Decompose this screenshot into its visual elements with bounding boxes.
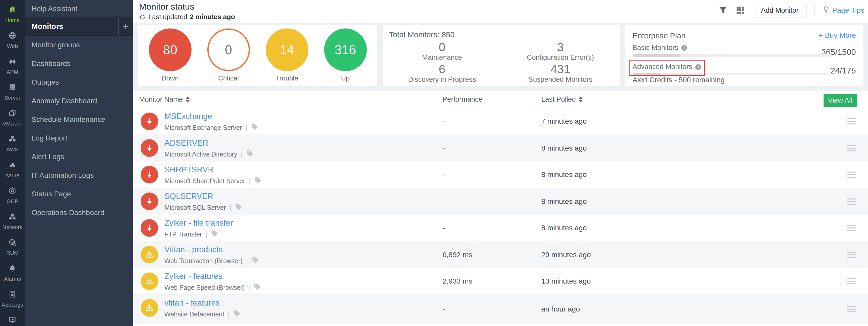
rail-item-alarms[interactable]: Alarms	[0, 259, 25, 285]
last-polled-cell: 8 minutes ago	[541, 188, 587, 215]
stat-discovery-in-progress[interactable]: 6 Discovery in Progress	[383, 62, 501, 84]
header-divider	[814, 4, 814, 16]
rail-item-server[interactable]: Server	[0, 78, 25, 103]
row-menu-icon[interactable]	[847, 145, 856, 151]
monitor-name-link[interactable]: SQLSERVER	[164, 192, 213, 201]
sidebar-item-log-report[interactable]: Log Report	[25, 129, 133, 147]
tag-icon[interactable]	[246, 150, 254, 158]
monitor-name-link[interactable]: vtitan - features	[164, 298, 220, 308]
monitor-name-link[interactable]: Zylker - file transfer	[164, 218, 233, 228]
monitor-type: Web Page Speed (Browser)	[164, 284, 245, 291]
apps-grid-icon[interactable]	[735, 5, 745, 15]
gcp-icon	[8, 186, 17, 196]
column-header-last-polled[interactable]: Last Polled	[541, 91, 583, 108]
row-menu-icon[interactable]	[847, 306, 856, 312]
last-polled-cell: an hour ago	[541, 295, 580, 324]
row-menu-icon[interactable]	[847, 225, 856, 231]
sidebar-item-monitor-groups[interactable]: Monitor groups	[25, 36, 133, 54]
status-circle-up[interactable]: 316 Up	[324, 28, 367, 82]
sidebar-item-schedule-maintenance[interactable]: Schedule Maintenance	[25, 110, 133, 129]
tag-icon[interactable]	[254, 176, 261, 185]
table-row[interactable]: ADSERVER Microsoft Active Directory | - …	[133, 135, 868, 161]
stat-value: 6	[439, 63, 445, 76]
trouble-status-icon	[141, 299, 158, 317]
status-circle-critical[interactable]: 0 Critical	[207, 28, 250, 82]
sidebar-item-help-assistant[interactable]: Help Assistant	[25, 0, 133, 18]
buy-more-link[interactable]: + Buy More	[818, 31, 856, 39]
table-row[interactable]: Vtitan - products Web Transaction (Brows…	[133, 241, 868, 268]
rail-item-network[interactable]: Network	[0, 207, 25, 233]
rail-item-aws[interactable]: AWS	[0, 129, 25, 155]
separator: |	[228, 310, 230, 318]
header-actions: Add Monitor Page Tips	[718, 0, 864, 21]
monitor-name-link[interactable]: Vtitan - products	[164, 245, 223, 254]
last-updated: Last updated 2 minutes ago	[139, 13, 235, 21]
filter-icon[interactable]	[718, 6, 727, 15]
sidebar-item-operations-dashboard[interactable]: Operations Dashboard	[25, 203, 133, 222]
rail-item-applogs[interactable]: AppLogs	[0, 285, 25, 310]
sort-icon	[186, 96, 190, 102]
rail-item-apm[interactable]: APM	[0, 52, 25, 78]
monitor-name-link[interactable]: MSExchange	[164, 112, 212, 121]
page-tips-label: Page Tips	[832, 6, 864, 14]
table-row[interactable]: SQLSERVER Microsoft SQL Server | - 8 min…	[133, 188, 868, 215]
tag-icon[interactable]	[251, 257, 259, 265]
tag-icon[interactable]	[251, 123, 258, 132]
rail-item-gcp[interactable]: GCP	[0, 181, 25, 207]
add-monitor-plus-icon[interactable]: +	[118, 18, 133, 35]
rail-item-web[interactable]: Web	[0, 26, 25, 52]
tag-icon[interactable]	[233, 310, 240, 319]
rail-item-home[interactable]: Home	[0, 0, 25, 26]
view-all-button[interactable]: View All	[824, 94, 857, 107]
status-summary-card: 80 Down 0 Critical 14 Trouble 316 Up	[138, 25, 377, 86]
stat-configuration-errors[interactable]: 3 Configuration Error(s)	[501, 40, 620, 62]
stat-value: 3	[557, 40, 564, 54]
table-row[interactable]: MSExchange Microsoft Exchange Server | -…	[133, 108, 868, 135]
status-circle-trouble[interactable]: 14 Trouble	[266, 28, 308, 82]
tag-icon[interactable]	[235, 203, 242, 212]
column-header-monitor-name[interactable]: Monitor Name	[139, 91, 190, 108]
refresh-icon[interactable]	[139, 14, 146, 21]
rail-item-reports[interactable]: Reports	[0, 310, 25, 326]
sidebar-item-alert-logs[interactable]: Alert Logs	[25, 147, 133, 166]
row-menu-icon[interactable]	[847, 199, 856, 205]
last-updated-prefix: Last updated	[148, 13, 187, 21]
column-header-performance[interactable]: Performance	[442, 91, 483, 108]
rail-item-azure[interactable]: Azure	[0, 155, 25, 181]
row-menu-icon[interactable]	[847, 278, 856, 284]
tag-icon[interactable]	[254, 283, 261, 292]
info-icon[interactable]: i	[681, 45, 687, 51]
sidebar-item-dashboards[interactable]: Dashboards	[25, 54, 133, 73]
monitor-type: Microsoft SharePoint Server	[164, 177, 245, 185]
sidebar-item-outages[interactable]: Outages	[25, 73, 133, 92]
table-row[interactable]: Zylker - file transfer FTP Transfer | - …	[133, 215, 868, 241]
row-menu-icon[interactable]	[847, 172, 856, 178]
monitor-type: FTP Transfer	[164, 231, 202, 238]
monitor-name-link[interactable]: SHRPTSRVR	[164, 165, 214, 174]
stat-suspended-monitors[interactable]: 431 Suspended Monitors	[501, 62, 620, 84]
sidebar-item-status-page[interactable]: Status Page	[25, 185, 133, 203]
stat-maintenance[interactable]: 0 Maintenance	[383, 40, 501, 62]
rail-item-rum[interactable]: RUM	[0, 233, 25, 259]
tag-icon[interactable]	[211, 230, 218, 239]
row-menu-icon[interactable]	[847, 252, 856, 258]
rail-item-vmware[interactable]: VMware	[0, 103, 25, 129]
enterprise-plan-card: Enterprise Plan + Buy More Basic Monitor…	[625, 25, 863, 86]
sidebar-item-monitors[interactable]: Monitors	[25, 18, 118, 35]
stat-label: Suspended Monitors	[528, 76, 592, 84]
row-menu-icon[interactable]	[847, 118, 856, 124]
page-tips-link[interactable]: Page Tips	[822, 6, 864, 15]
monitor-type: Web Transaction (Browser)	[164, 257, 243, 265]
sidebar-item-it-automation-logs[interactable]: IT Automation Logs	[25, 166, 133, 185]
rail-item-label: RUM	[6, 250, 19, 256]
table-row[interactable]: SHRPTSRVR Microsoft SharePoint Server | …	[133, 161, 868, 188]
sidebar-item-anomaly-dashboard[interactable]: Anomaly Dashboard	[25, 92, 133, 110]
down-status-icon	[141, 166, 158, 183]
monitor-name-link[interactable]: Zylker - features	[164, 272, 222, 281]
monitor-name-link[interactable]: ADSERVER	[164, 139, 208, 148]
add-monitor-button[interactable]: Add Monitor	[753, 3, 807, 18]
total-monitors-title: Total Monitors: 850	[389, 30, 455, 39]
table-row[interactable]: vtitan - features Website Defacement | -…	[133, 295, 868, 324]
status-circle-down[interactable]: 80 Down	[149, 28, 191, 82]
table-row[interactable]: Zylker - features Web Page Speed (Browse…	[133, 268, 868, 295]
